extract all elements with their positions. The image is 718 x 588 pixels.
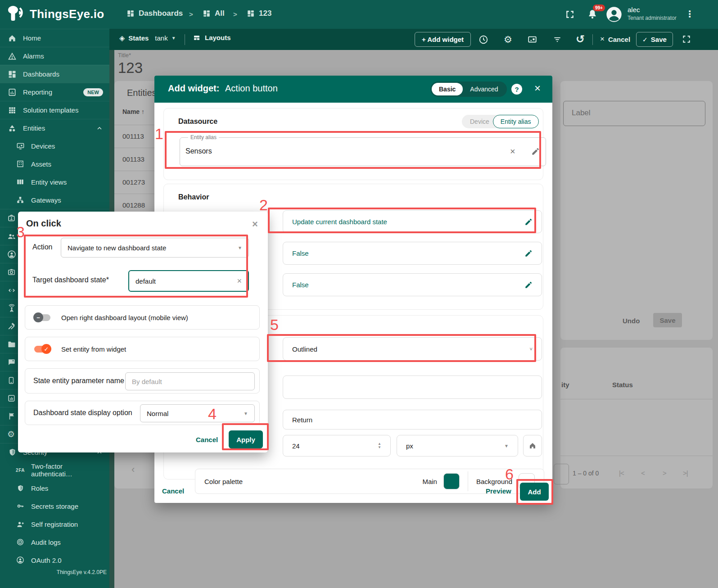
modal-title: Add widget: [168, 83, 219, 94]
cancel-button[interactable]: × Cancel [600, 35, 630, 44]
sidebar-item-roles[interactable]: Roles [0, 479, 109, 497]
preview-button[interactable]: Preview [486, 487, 511, 495]
time-window-icon[interactable] [479, 35, 488, 45]
name-column-header[interactable]: Name ↑ [122, 108, 145, 115]
modal-cancel-button[interactable]: Cancel [162, 487, 184, 495]
annotation-box-1 [165, 131, 541, 169]
history-icon[interactable]: ↺ [576, 33, 585, 45]
layouts-button[interactable]: Layouts [193, 34, 231, 41]
entity-alias-option[interactable]: Entity alias [493, 115, 539, 128]
home-icon [528, 442, 537, 450]
breadcrumb-current[interactable]: 123 [247, 9, 271, 18]
display-option-select[interactable]: Normal ▼ [140, 404, 255, 422]
folder-icon [7, 340, 16, 349]
behavior-false-row-2[interactable]: False [283, 273, 542, 296]
gear-icon: ⚙ [7, 429, 15, 439]
modal-header: Add widget: Action button Basic Advanced… [154, 76, 552, 103]
pencil-icon[interactable] [524, 249, 533, 258]
sidebar-item-devices[interactable]: Devices [0, 137, 109, 155]
status-table-panel: ity Status 1 – 0 of 0 |< < > >| [560, 348, 713, 488]
dashboard-grid-icon [7, 70, 17, 79]
add-widget-button[interactable]: + Add widget [415, 32, 471, 47]
2fa-icon: 2FA [15, 468, 25, 473]
close-icon[interactable]: × [534, 83, 541, 93]
device-settings-icon[interactable] [527, 35, 537, 45]
details-panel: Label Undo Save [560, 81, 713, 340]
toggle-on[interactable]: ✓ [34, 346, 50, 353]
annotation-number-3: 3 [16, 224, 25, 240]
state-entity-param-input[interactable]: By default [125, 372, 255, 390]
breadcrumb-all[interactable]: All [203, 9, 225, 18]
annotation-box-5 [267, 334, 536, 362]
sidebar-item-entities[interactable]: Entities [0, 119, 109, 137]
camera-icon [7, 268, 16, 276]
sidebar-item-dashboards[interactable]: Dashboards [0, 65, 109, 83]
save-button-dimmed[interactable]: Save [653, 313, 682, 327]
sidebar-item-home[interactable]: Home [0, 29, 109, 47]
toolbar-divider [592, 34, 593, 45]
set-entity-toggle-row[interactable]: ✓ Set entity from widget [25, 337, 260, 361]
table-row[interactable]: 001113 [122, 132, 144, 140]
sidebar-item-entity-views[interactable]: Entity views [0, 173, 109, 191]
main-color-swatch[interactable] [443, 473, 460, 489]
page-size-select[interactable] [554, 464, 569, 484]
gear-icon[interactable]: ⚙ [504, 35, 512, 44]
table-row[interactable]: 001288 [122, 201, 145, 209]
sidebar-item-self-registration[interactable]: Self registration [0, 515, 109, 533]
sidebar-item-secrets-storage[interactable]: Secrets storage [0, 497, 109, 515]
fullscreen-icon[interactable] [565, 10, 574, 19]
undo-button[interactable]: Undo [623, 317, 640, 325]
save-button[interactable]: ✓ Save [636, 32, 673, 47]
last-page-icon[interactable]: >| [683, 469, 688, 477]
prev-page-icon[interactable]: < [641, 469, 645, 477]
states-control[interactable]: ◈ States tank ▼ [119, 34, 176, 42]
annotation-box-6 [516, 479, 553, 505]
datasource-heading: Datasource [178, 118, 217, 126]
stepper-arrows-icon[interactable]: ▲▼ [378, 442, 381, 449]
chevron-up-icon[interactable] [96, 125, 103, 132]
states-icon: ◈ [119, 34, 125, 42]
avatar[interactable] [605, 5, 623, 23]
title-label: Title* [118, 52, 143, 59]
icon-size-stepper[interactable]: 24 ▲▼ [283, 435, 391, 457]
help-icon[interactable]: ? [511, 84, 522, 95]
filter-icon[interactable] [552, 35, 562, 44]
sidebar-item-assets[interactable]: Assets [0, 155, 109, 173]
mobile-layout-toggle-row[interactable]: − Open right dashboard layout (mobile vi… [25, 305, 260, 330]
close-icon[interactable]: × [252, 218, 258, 230]
default-size-button[interactable] [523, 435, 542, 457]
breadcrumb-dashboards[interactable]: Dashboards [126, 9, 183, 18]
button-text-field[interactable]: Return [283, 410, 542, 430]
sidebar-item-gateways[interactable]: Gateways [0, 191, 109, 209]
mode-basic-button[interactable]: Basic [432, 83, 463, 95]
sidebar-item-alarms[interactable]: Alarms [0, 47, 109, 65]
track-changes-icon [15, 538, 25, 546]
sidebar-item-oauth[interactable]: OAuth 2.0 [0, 551, 109, 569]
table-row[interactable]: 001133 [122, 155, 145, 163]
button-label-field[interactable] [283, 375, 542, 399]
sidebar-item-audit-logs[interactable]: Audit logs [0, 533, 109, 551]
sidebar-item-solution-templates[interactable]: Solution templates [0, 101, 109, 119]
mode-advanced-button[interactable]: Advanced [463, 86, 505, 93]
table-row[interactable]: 001273 [122, 178, 145, 186]
dialog-cancel-button[interactable]: Cancel [196, 436, 218, 443]
notifications-bell-icon[interactable]: 99+ [587, 8, 598, 21]
status-column-header[interactable]: Status [612, 381, 633, 389]
icon-size-unit-select[interactable]: px ▼ [397, 435, 518, 457]
severity-column-header-partial[interactable]: ity [561, 381, 569, 389]
dashboard-title-field[interactable]: Title* 123 [118, 52, 143, 77]
collapse-panel-icon[interactable]: ‹ [131, 464, 135, 475]
shield-icon [7, 448, 17, 457]
sidebar-item-two-factor[interactable]: 2FA Two-factor authenticati… [0, 461, 109, 479]
pencil-icon[interactable] [524, 281, 533, 289]
sidebar-item-reporting[interactable]: Reporting NEW [0, 83, 109, 101]
columns-icon [15, 178, 25, 186]
first-page-icon[interactable]: |< [619, 469, 624, 477]
notification-badge: 99+ [593, 5, 605, 11]
behavior-false-row-1[interactable]: False [283, 242, 542, 265]
fullscreen-icon[interactable] [682, 35, 691, 44]
toggle-off[interactable]: − [34, 314, 50, 321]
label-field[interactable]: Label [563, 101, 705, 126]
next-page-icon[interactable]: > [663, 469, 667, 477]
kebab-menu-icon[interactable]: ⋮ [685, 9, 694, 19]
